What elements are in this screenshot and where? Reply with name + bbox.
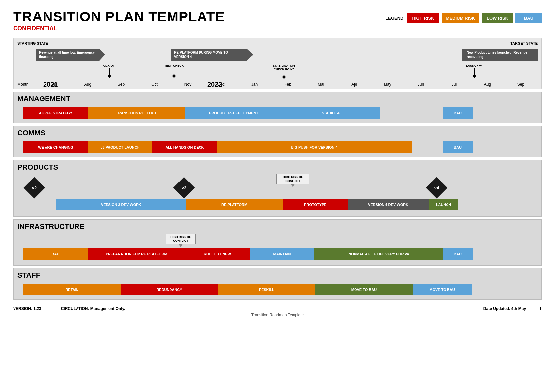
milestone-launchv4: LAUNCH v4 xyxy=(466,64,483,77)
bar-maintain: MAINTAIN xyxy=(250,248,314,260)
staff-section: STAFF RETAIN REDUNDANCY RESKILL MOVE TO … xyxy=(13,268,542,300)
legend-high-risk: HIGH RISK xyxy=(407,13,439,23)
timeline-states: STARTING STATE TARGET STATE xyxy=(14,42,541,45)
month-mar22: Mar xyxy=(304,82,338,87)
month-feb22: Feb xyxy=(271,82,304,87)
infrastructure-section: INFRASTRUCTURE HIGH RISK OF CONFLICT BAU… xyxy=(13,219,542,266)
comms-title: COMMS xyxy=(14,129,541,137)
bar-move-to-bau-2: MOVE TO BAU xyxy=(413,284,472,295)
bar-v3-product-launch: v3 PRODUCT LAUNCH xyxy=(88,141,152,153)
bar-move-to-bau-1: MOVE TO BAU xyxy=(315,284,413,295)
footer-left: VERSION: 1.23 CIRCULATION: Management On… xyxy=(13,306,125,311)
milestone-kickoff: KICK OFF xyxy=(103,64,117,77)
timeline-section: STARTING STATE TARGET STATE Revenue at a… xyxy=(13,38,542,89)
bar-reskill: RESKILL xyxy=(218,284,315,295)
bar-all-hands: ALL HANDS ON DECK xyxy=(152,141,217,153)
bar-redundancy: REDUNDANCY xyxy=(121,284,218,295)
month-may22: May xyxy=(371,82,404,87)
month-apr22: Apr xyxy=(338,82,371,87)
confidential-label: CONFIDENTIAL xyxy=(13,25,225,32)
management-title: MANAGEMENT xyxy=(14,95,541,103)
bar-rollout-new: ROLLOUT NEW xyxy=(185,248,250,260)
staff-title: STAFF xyxy=(14,271,541,280)
comms-section: COMMS WE ARE CHANGING v3 PRODUCT LAUNCH … xyxy=(13,126,542,157)
products-title: PRODUCTS xyxy=(14,163,541,172)
header: TRANSITION PLAN TEMPLATE CONFIDENTIAL LE… xyxy=(13,10,542,32)
title-block: TRANSITION PLAN TEMPLATE CONFIDENTIAL xyxy=(13,10,225,32)
month-aug21: Aug xyxy=(71,82,105,87)
bar-prototype: PROTOTYPE xyxy=(283,199,348,210)
bar-version3-dev: VERSION 3 DEV WORK xyxy=(56,199,186,210)
bar-normal-agile: NORMAL AGILE DELIVERY FOR v4 xyxy=(314,248,443,260)
bar-replatform: RE-PLATFORM xyxy=(186,199,283,210)
version-label: VERSION: 1.23 xyxy=(13,306,41,311)
bar-we-are-changing: WE ARE CHANGING xyxy=(23,141,88,153)
page-title: TRANSITION PLAN TEMPLATE xyxy=(13,10,225,24)
milestone-stabilisation: STABILISATION CHECK POINT xyxy=(271,64,297,78)
bar-infra-bau-end: BAU xyxy=(443,248,473,260)
state-box-mid: RE-PLATFORM DURING MOVE TO VERSION 4 xyxy=(171,49,253,61)
footer-right: Date Updated: 4th May 1 xyxy=(483,306,542,311)
month-jul21: Jul xyxy=(38,82,71,87)
products-section: PRODUCTS v2 v3 v4 VERSION 3 DEV WORK RE-… xyxy=(13,160,542,217)
diamond-v4-label: v4 xyxy=(429,180,444,195)
month-jun22: Jun xyxy=(404,82,438,87)
bar-infra-prep: PREPARATION FOR RE PLATFORM xyxy=(88,248,185,260)
callout-high-risk-products: HIGH RISK OF CONFLICT xyxy=(276,174,309,184)
state-box-start: Revenue at all time low. Emergency finan… xyxy=(36,49,105,61)
circulation-label: CIRCULATION: Management Only. xyxy=(61,306,125,311)
month-sep21: Sep xyxy=(105,82,138,87)
target-state-label: TARGET STATE xyxy=(510,42,538,45)
diamond-v3-label: v3 xyxy=(176,180,192,195)
legend-label: LEGEND xyxy=(385,16,403,21)
footer: VERSION: 1.23 CIRCULATION: Management On… xyxy=(13,303,542,311)
state-box-end: New Product Lines launched. Revenue reco… xyxy=(462,49,538,61)
date-updated: Date Updated: 4th May xyxy=(483,306,526,311)
callout-high-risk-infra: HIGH RISK OF CONFLICT xyxy=(166,234,196,244)
bar-launch: LAUNCH xyxy=(429,199,458,210)
bar-agree-strategy: AGREE STRATEGY xyxy=(23,107,88,119)
bar-infra-bau-start: BAU xyxy=(23,248,88,260)
infrastructure-title: INFRASTRUCTURE xyxy=(14,222,541,231)
month-nov21: Nov xyxy=(171,82,204,87)
page: TRANSITION PLAN TEMPLATE CONFIDENTIAL LE… xyxy=(0,0,555,392)
bar-product-redeployment: PRODUCT REDEPLOYMENT xyxy=(185,107,282,119)
starting-state-label: STARTING STATE xyxy=(17,42,48,45)
page-subtitle: Transition Roadmap Template xyxy=(13,313,542,317)
legend: LEGEND HIGH RISK MEDIUM RISK LOW RISK BA… xyxy=(385,13,542,23)
bar-transition-rollout: TRANSITION ROLLOUT xyxy=(88,107,185,119)
diamond-v2-label: v2 xyxy=(27,180,42,195)
bar-version4-dev: VERSION 4 DEV WORK xyxy=(348,199,429,210)
month-aug22: Aug xyxy=(471,82,504,87)
bar-big-push: BIG PUSH FOR VERSION 4 xyxy=(217,141,412,153)
legend-medium-risk: MEDIUM RISK xyxy=(442,13,479,23)
page-number: 1 xyxy=(539,306,542,311)
month-sep22: Sep xyxy=(504,82,538,87)
milestone-tempcheck: TEMP CHECK xyxy=(164,64,184,77)
legend-low-risk: LOW RISK xyxy=(482,13,513,23)
bar-retain: RETAIN xyxy=(23,284,121,295)
month-jul22: Jul xyxy=(438,82,471,87)
month-dec21: Dec xyxy=(204,82,238,87)
legend-bau: BAU xyxy=(515,13,542,23)
bar-management-bau: BAU xyxy=(443,107,473,119)
months-row: Jul Aug Sep Oct Nov Dec Jan Feb Mar Apr … xyxy=(38,82,538,87)
month-jan22: Jan xyxy=(238,82,271,87)
management-section: MANAGEMENT AGREE STRATEGY TRANSITION ROL… xyxy=(13,92,542,123)
bar-comms-bau: BAU xyxy=(443,141,473,153)
month-oct21: Oct xyxy=(138,82,171,87)
month-header: Month xyxy=(17,82,38,87)
bar-stabilise: STABILISE xyxy=(282,107,380,119)
